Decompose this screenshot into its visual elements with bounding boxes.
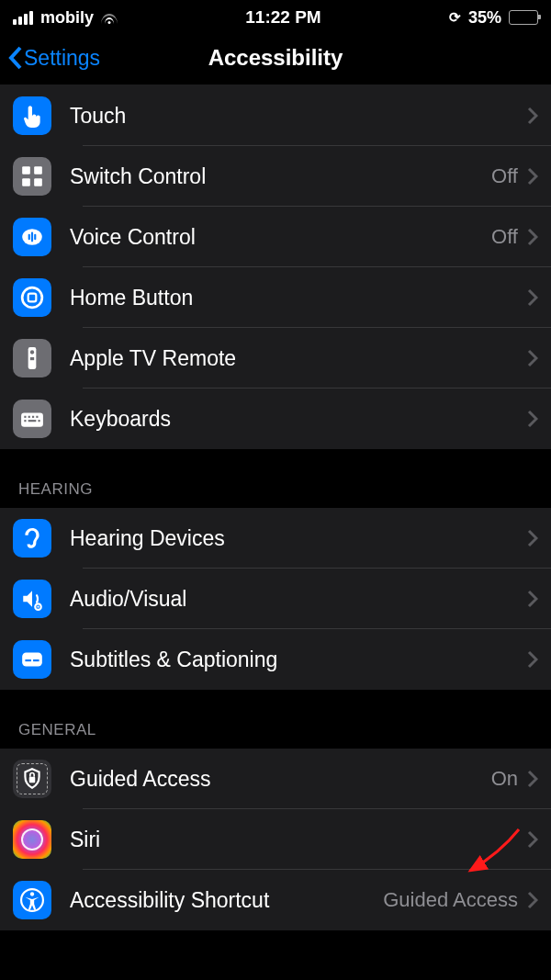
back-label: Settings (24, 46, 100, 71)
status-bar: mobily 11:22 PM ⟳ 35% (0, 0, 551, 31)
remote-icon (13, 339, 51, 377)
chevron-right-icon (527, 590, 538, 608)
row-label: Guided Access (70, 767, 491, 792)
settings-row[interactable]: Siri (0, 809, 551, 870)
page-title: Accessibility (208, 45, 343, 71)
row-label: Touch (70, 104, 527, 129)
row-label: Hearing Devices (70, 526, 527, 551)
row-value: On (491, 767, 518, 791)
keyboard-icon (13, 400, 51, 438)
av-icon (13, 580, 51, 618)
chevron-right-icon (527, 107, 538, 125)
voice-icon (13, 218, 51, 256)
row-label: Home Button (70, 286, 527, 310)
row-label: Apple TV Remote (70, 346, 527, 371)
chevron-left-icon (7, 45, 24, 71)
siri-icon (13, 820, 51, 859)
section-header: GENERAL (0, 690, 551, 749)
nav-bar: Settings Accessibility (0, 31, 551, 85)
back-button[interactable]: Settings (7, 45, 100, 71)
settings-row[interactable]: Keyboards (0, 389, 551, 449)
battery-icon (509, 10, 538, 25)
rotation-lock-icon: ⟳ (449, 9, 461, 26)
settings-row[interactable]: Voice ControlOff (0, 207, 551, 267)
settings-row[interactable]: Touch (0, 85, 551, 146)
chevron-right-icon (527, 288, 538, 307)
settings-row[interactable]: Accessibility ShortcutGuided Access (0, 870, 551, 930)
row-label: Voice Control (70, 225, 491, 250)
chevron-right-icon (527, 770, 538, 788)
clock-time: 11:22 PM (245, 7, 320, 28)
guided-icon (13, 760, 51, 798)
chevron-right-icon (527, 349, 538, 367)
row-label: Accessibility Shortcut (70, 888, 383, 913)
switch-icon (13, 157, 51, 196)
row-value: Off (491, 164, 518, 188)
row-value: Off (491, 225, 518, 249)
chevron-right-icon (527, 228, 538, 246)
a11y-icon (13, 881, 51, 919)
ear-icon (13, 519, 51, 558)
settings-row[interactable]: Hearing Devices (0, 508, 551, 569)
chevron-right-icon (527, 891, 538, 909)
row-label: Subtitles & Captioning (70, 648, 527, 672)
row-label: Audio/Visual (70, 587, 527, 612)
settings-row[interactable]: Guided AccessOn (0, 749, 551, 809)
chevron-right-icon (527, 167, 538, 186)
settings-group: Guided AccessOnSiriAccessibility Shortcu… (0, 749, 551, 930)
row-label: Switch Control (70, 164, 491, 189)
home-button-icon (13, 278, 51, 317)
section-header: HEARING (0, 449, 551, 508)
carrier-name: mobily (40, 8, 94, 28)
wifi-icon (101, 11, 118, 24)
settings-row[interactable]: Apple TV Remote (0, 328, 551, 389)
chevron-right-icon (527, 529, 538, 547)
settings-row[interactable]: Audio/Visual (0, 569, 551, 629)
settings-row[interactable]: Switch ControlOff (0, 146, 551, 207)
settings-row[interactable]: Home Button (0, 267, 551, 328)
row-value: Guided Access (383, 888, 518, 912)
row-label: Keyboards (70, 407, 527, 432)
row-label: Siri (70, 828, 527, 852)
captions-icon (13, 640, 51, 679)
settings-group: TouchSwitch ControlOffVoice ControlOffHo… (0, 85, 551, 449)
signal-icon (13, 11, 33, 25)
chevron-right-icon (527, 830, 538, 849)
settings-row[interactable]: Subtitles & Captioning (0, 629, 551, 690)
chevron-right-icon (527, 410, 538, 428)
chevron-right-icon (527, 650, 538, 669)
battery-percent: 35% (468, 8, 501, 28)
touch-icon (13, 96, 51, 135)
settings-group: Hearing DevicesAudio/VisualSubtitles & C… (0, 508, 551, 690)
